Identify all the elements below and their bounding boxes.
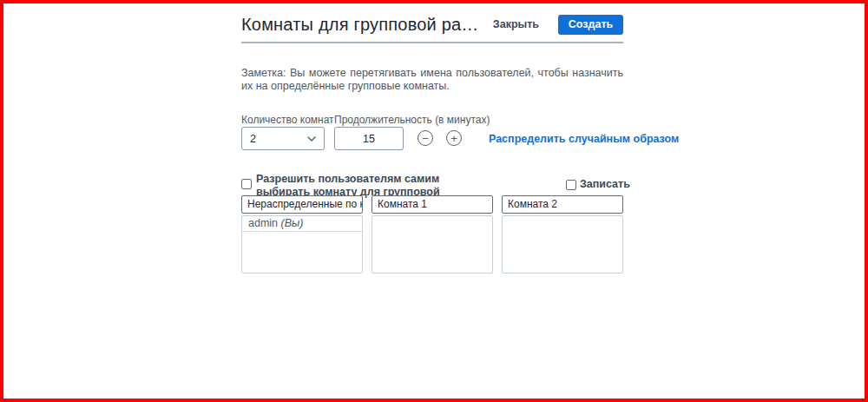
user-suffix: (Вы) (281, 217, 304, 229)
column-body-dropzone[interactable] (372, 215, 493, 273)
app-background: Комнаты для групповой ра… Закрыть Создат… (0, 0, 868, 402)
decrease-duration-button[interactable]: − (418, 130, 433, 146)
rooms-count-value: 2 (250, 133, 256, 145)
note-text: Заметка: Вы можете перетягивать имена по… (241, 67, 623, 93)
minus-icon: − (422, 133, 429, 144)
rooms-count-select[interactable]: 2 (241, 127, 325, 150)
options-row: Разрешить пользователям самим выбирать к… (241, 172, 623, 198)
breakout-rooms-modal: Комнаты для групповой ра… Закрыть Создат… (241, 3, 623, 399)
create-button[interactable]: Создать (558, 15, 623, 35)
record-label: Записать (580, 178, 630, 190)
breakout-column-unassigned: Нераспределенные по комнат admin (Вы) (241, 195, 363, 273)
user-item[interactable]: admin (Вы) (242, 216, 362, 232)
column-header: Нераспределенные по комнат (241, 195, 363, 214)
user-name: admin (248, 217, 278, 229)
rooms-count-label: Количество комнат (241, 114, 334, 126)
controls-row: 2 − + Распределить случайным образом (241, 127, 623, 150)
column-body-dropzone[interactable]: admin (Вы) (241, 215, 363, 273)
duration-label: Продолжительность (в минутах) (334, 114, 490, 126)
close-button[interactable]: Закрыть (493, 18, 539, 30)
column-header: Комната 2 (502, 195, 623, 214)
header-divider (241, 42, 623, 43)
record-checkbox[interactable] (566, 180, 576, 190)
modal-header: Комнаты для групповой ра… Закрыть Создат… (241, 13, 623, 36)
column-header: Комната 1 (372, 195, 493, 214)
random-assign-link[interactable]: Распределить случайным образом (489, 133, 679, 145)
chevron-down-icon (307, 136, 316, 142)
plus-icon: + (450, 133, 457, 144)
column-body-dropzone[interactable] (502, 215, 623, 273)
increase-duration-button[interactable]: + (446, 130, 462, 146)
page-title: Комнаты для групповой ра… (241, 15, 493, 35)
allow-choose-room-checkbox[interactable] (241, 179, 252, 189)
duration-input[interactable] (334, 127, 404, 150)
breakout-column-room1: Комната 1 (372, 195, 493, 273)
breakout-columns: Нераспределенные по комнат admin (Вы) Ко… (241, 195, 623, 273)
breakout-column-room2: Комната 2 (502, 195, 623, 273)
